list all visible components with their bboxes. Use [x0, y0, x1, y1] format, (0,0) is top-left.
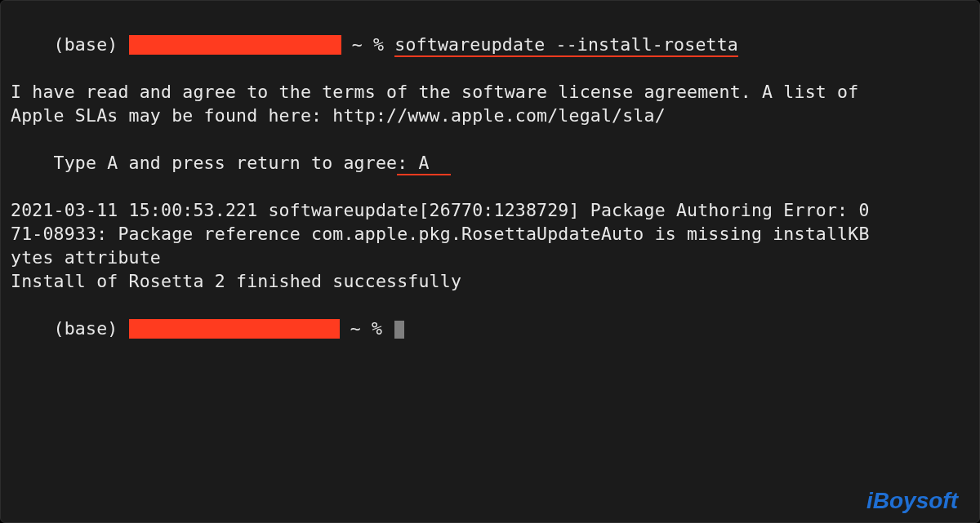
agree-colon: :: [397, 153, 418, 173]
prompt-tail: ~ %: [341, 34, 395, 55]
terminal-window[interactable]: (base) ~ % softwareupdate --install-rose…: [0, 0, 980, 523]
prompt-env: (base): [54, 34, 118, 55]
watermark-logo: iBoysoft: [866, 489, 958, 512]
terminal-output-line: Apple SLAs may be found here: http://www…: [11, 104, 969, 127]
terminal-output-line: Install of Rosetta 2 finished successful…: [11, 269, 969, 293]
terminal-agree-line: Type A and press return to agree: A: [11, 127, 969, 198]
terminal-line-prompt-2: (base) ~ %: [11, 293, 969, 364]
redacted-user-host-2: [129, 319, 340, 339]
redacted-user-host-1: [129, 35, 341, 55]
entered-command: softwareupdate --install-rosetta: [394, 34, 738, 57]
agree-input: A: [419, 153, 430, 173]
terminal-output-line: I have read and agree to the terms of th…: [11, 80, 969, 104]
prompt-tail: ~ %: [340, 318, 394, 339]
terminal-line-prompt-1: (base) ~ % softwareupdate --install-rose…: [11, 9, 969, 80]
prompt-env: (base): [54, 318, 118, 339]
terminal-output-line: 71-08933: Package reference com.apple.pk…: [11, 222, 969, 246]
terminal-output-line: 2021-03-11 15:00:53.221 softwareupdate[2…: [11, 198, 969, 222]
terminal-cursor[interactable]: [394, 321, 404, 339]
terminal-output-line: ytes attribute: [11, 246, 969, 269]
agree-prompt-text: Type A and press return to agree: [54, 153, 398, 173]
